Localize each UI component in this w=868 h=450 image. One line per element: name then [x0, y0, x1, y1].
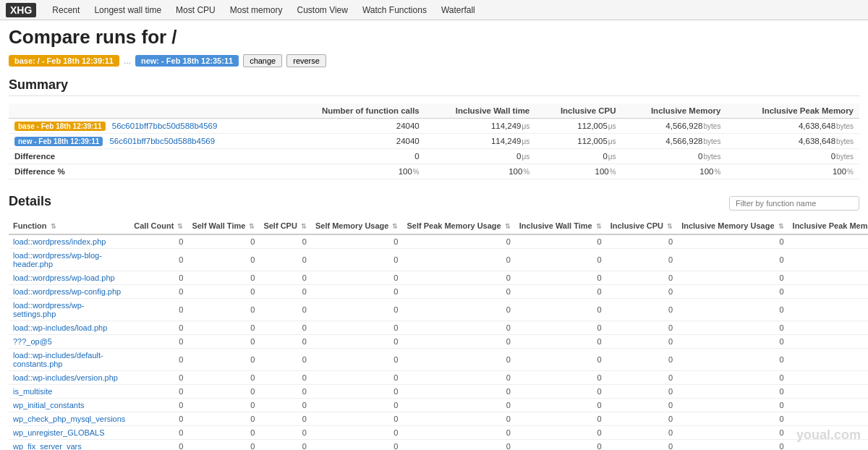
detail-cell: 0 [788, 385, 868, 399]
col-incl-cpu[interactable]: Inclusive CPU ⇅ [606, 218, 677, 234]
summary-col-peak-memory: Inclusive Peak Memory [726, 103, 859, 119]
summary-func-calls: 24040 [285, 119, 425, 134]
summary-cpu: 112,005μs [535, 119, 621, 134]
func-name[interactable]: is_multisite [9, 385, 129, 399]
detail-cell: 0 [788, 349, 868, 371]
func-name[interactable]: wp_initial_constants [9, 399, 129, 412]
detail-cell: 0 [677, 335, 788, 349]
func-name[interactable]: load::wordpress/wp-blog-header.php [9, 249, 129, 271]
nav-longest-wall[interactable]: Longest wall time [87, 2, 169, 18]
detail-cell: 0 [129, 249, 187, 271]
detail-cell: 0 [606, 271, 677, 285]
detail-cell: 0 [259, 234, 311, 249]
detail-cell: 0 [311, 440, 403, 451]
reverse-button[interactable]: reverse [286, 54, 326, 67]
col-function[interactable]: Function ⇅ [9, 218, 129, 234]
diff-wall: 0μs [425, 149, 536, 164]
func-name[interactable]: wp_fix_server_vars [9, 440, 129, 451]
col-incl-peak-memory[interactable]: Inclusive Peak Memory Usage ⇅ [788, 218, 868, 234]
detail-cell: 0 [129, 385, 187, 399]
func-name[interactable]: load::wordpress/wp-config.php [9, 285, 129, 299]
detail-cell: 0 [259, 249, 311, 271]
col-incl-wall[interactable]: Inclusive Wall Time ⇅ [515, 218, 606, 234]
detail-cell: 0 [259, 271, 311, 285]
detail-cell: 0 [788, 321, 868, 335]
detail-cell: 0 [788, 285, 868, 299]
summary-row: new - Feb 18th 12:39:11 56c601bff7bbc50d… [9, 134, 859, 149]
filter-input[interactable] [729, 196, 859, 211]
detail-cell: 0 [402, 249, 514, 271]
detail-cell: 0 [606, 321, 677, 335]
detail-cell: 0 [402, 299, 514, 321]
detail-cell: 0 [606, 440, 677, 451]
detail-cell: 0 [677, 371, 788, 385]
col-self-wall[interactable]: Self Wall Time ⇅ [187, 218, 259, 234]
col-self-cpu[interactable]: Self CPU ⇅ [259, 218, 311, 234]
func-name[interactable]: ???_op@5 [9, 335, 129, 349]
detail-cell: 0 [677, 349, 788, 371]
detail-cell: 0 [259, 299, 311, 321]
diff-label: Difference [9, 149, 285, 164]
detail-cell: 0 [187, 399, 259, 412]
detail-cell: 0 [129, 349, 187, 371]
detail-cell: 0 [606, 299, 677, 321]
detail-cell: 0 [606, 412, 677, 426]
func-name[interactable]: load::wp-includes/version.php [9, 371, 129, 385]
nav-custom-view[interactable]: Custom View [289, 2, 354, 18]
detail-cell: 0 [677, 412, 788, 426]
detail-cell: 0 [788, 271, 868, 285]
nav-most-memory[interactable]: Most memory [223, 2, 290, 18]
detail-cell: 0 [187, 249, 259, 271]
col-self-memory[interactable]: Self Memory Usage ⇅ [311, 218, 403, 234]
details-header-row: Function ⇅ Call Count ⇅ Self Wall Time ⇅… [9, 218, 868, 234]
detail-cell: 0 [187, 335, 259, 349]
detail-cell: 0 [515, 234, 606, 249]
summary-peak: 4,638,648bytes [726, 119, 859, 134]
summary-wall: 114,249μs [425, 134, 536, 149]
summary-row-label: new - Feb 18th 12:39:11 56c601bff7bbc50d… [9, 134, 285, 149]
detail-cell: 0 [259, 321, 311, 335]
detail-cell: 0 [187, 426, 259, 440]
nav-recent[interactable]: Recent [45, 2, 87, 18]
detail-cell: 0 [187, 321, 259, 335]
summary-row: base - Feb 18th 12:39:11 56c601bff7bbc50… [9, 119, 859, 134]
diff-peak: 0bytes [726, 149, 859, 164]
summary-col-memory: Inclusive Memory [622, 103, 727, 119]
detail-cell: 0 [677, 426, 788, 440]
detail-cell: 0 [402, 385, 514, 399]
detail-cell: 0 [606, 371, 677, 385]
detail-cell: 0 [606, 285, 677, 299]
func-name[interactable]: load::wp-includes/default-constants.php [9, 349, 129, 371]
detail-cell: 0 [311, 349, 403, 371]
func-name[interactable]: wp_unregister_GLOBALS [9, 426, 129, 440]
func-name[interactable]: load::wordpress/index.php [9, 234, 129, 249]
func-name[interactable]: load::wordpress/wp-settings.php [9, 299, 129, 321]
change-button[interactable]: change [243, 54, 282, 67]
detail-cell: 0 [677, 271, 788, 285]
detail-cell: 0 [788, 249, 868, 271]
detail-cell: 0 [187, 299, 259, 321]
detail-cell: 0 [311, 399, 403, 412]
col-self-peak-memory[interactable]: Self Peak Memory Usage ⇅ [402, 218, 514, 234]
func-name[interactable]: load::wp-includes/load.php [9, 321, 129, 335]
diff-func-calls: 0 [285, 149, 425, 164]
detail-cell: 0 [187, 371, 259, 385]
detail-cell: 0 [129, 299, 187, 321]
detail-cell: 0 [129, 371, 187, 385]
func-name[interactable]: load::wordpress/wp-load.php [9, 271, 129, 285]
nav-waterfall[interactable]: Waterfall [434, 2, 482, 18]
func-name[interactable]: wp_check_php_mysql_versions [9, 412, 129, 426]
base-tag: base: / - Feb 18th 12:39:11 [9, 55, 119, 67]
detail-cell: 0 [311, 321, 403, 335]
summary-col-cpu: Inclusive CPU [535, 103, 621, 119]
detail-cell: 0 [788, 299, 868, 321]
nav-most-cpu[interactable]: Most CPU [169, 2, 223, 18]
nav-watch-functions[interactable]: Watch Functions [355, 2, 434, 18]
detail-cell: 0 [187, 285, 259, 299]
detail-cell: 0 [311, 412, 403, 426]
col-call-count[interactable]: Call Count ⇅ [129, 218, 187, 234]
pct-func-calls: 100% [285, 164, 425, 179]
col-incl-memory[interactable]: Inclusive Memory Usage ⇅ [677, 218, 788, 234]
detail-cell: 0 [788, 335, 868, 349]
detail-cell: 0 [402, 399, 514, 412]
